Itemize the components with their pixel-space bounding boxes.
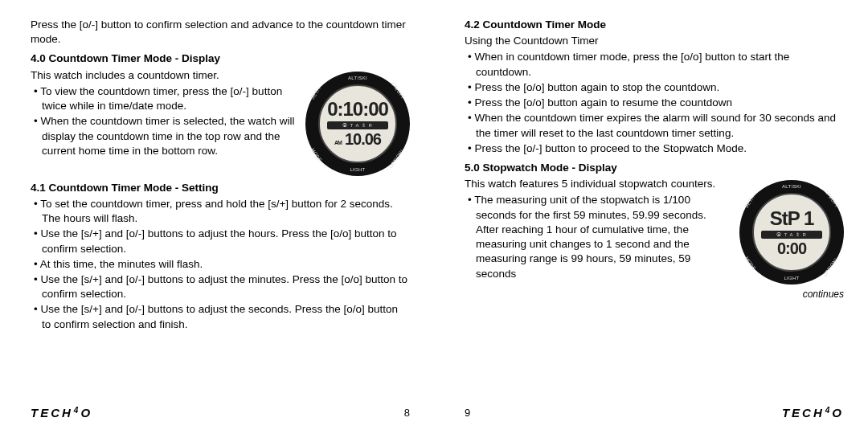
watch-label-mode: MODE: [309, 146, 324, 162]
list-item: Use the [s/+] and [o/-] buttons to adjus…: [31, 302, 410, 331]
watch-lcd-band: ⦿ T A ⇕ R: [761, 231, 821, 239]
watch-face: ALTISKI LIGHT SET/+ ON/OFF MODE OPTION/-…: [305, 72, 410, 176]
watch-label-mode: MODE: [743, 256, 758, 272]
list-item: Press the [o/-] button to proceed to the…: [465, 141, 844, 156]
watch-label-altiski: ALTISKI: [782, 183, 801, 190]
page-footer: TECH4O 8: [31, 405, 410, 421]
manual-page-right: 4.2 Countdown Timer Mode Using the Count…: [434, 0, 868, 434]
section-4-2-list: When in countdown timer mode, press the …: [465, 50, 844, 156]
heading-4-1: 4.1 Countdown Timer Mode - Setting: [31, 181, 410, 195]
logo-o: O: [80, 405, 92, 421]
watch-label-set: SET/+: [309, 84, 323, 100]
watch-label-set: SET/+: [743, 194, 757, 210]
watch-am-indicator: AM: [334, 140, 342, 145]
watch-label-onoff: ON/OFF: [390, 80, 407, 100]
watch-lcd-row2: AM 10.06: [334, 131, 381, 147]
logo-o: O: [832, 405, 844, 421]
page-number: 9: [465, 406, 470, 420]
heading-4-0: 4.0 Countdown Timer Mode - Display: [31, 51, 410, 66]
list-item: Press the [o/o] button again to stop the…: [465, 80, 844, 95]
watch-time-value: 0:00: [777, 240, 806, 256]
list-item: Press the [o/o] button again to resume t…: [465, 96, 844, 110]
watch-face: ALTISKI LIGHT SET/+ ON/OFF MODE OPTION/-…: [739, 180, 844, 285]
list-item: Use the [s/+] and [o/-] buttons to adjus…: [31, 227, 410, 256]
heading-5-0: 5.0 Stopwatch Mode - Display: [465, 161, 844, 175]
continues-text: continues: [465, 288, 844, 301]
section-5-0: ALTISKI LIGHT SET/+ ON/OFF MODE OPTION/-…: [465, 177, 844, 285]
list-item: To set the countdown timer, press and ho…: [31, 197, 410, 226]
section-4-0: ALTISKI LIGHT SET/+ ON/OFF MODE OPTION/-…: [31, 68, 410, 176]
watch-label-option: OPTION/-: [821, 256, 840, 278]
logo-text: TECH: [782, 405, 825, 421]
logo-sup: 4: [825, 405, 833, 416]
manual-page-left: Press the [o/-] button to confirm select…: [0, 0, 434, 434]
watch-lcd-row1: StP 1: [770, 209, 814, 228]
list-item: At this time, the minutes will flash.: [31, 257, 410, 272]
watch-lcd-band: ⦿ T A ⇕ R: [327, 121, 387, 129]
heading-4-2: 4.2 Countdown Timer Mode: [465, 18, 844, 32]
page-body: 4.2 Countdown Timer Mode Using the Count…: [465, 18, 844, 399]
watch-label-light: LIGHT: [784, 275, 799, 281]
watch-time-value: 10.06: [345, 131, 381, 147]
watch-illustration: ALTISKI LIGHT SET/+ ON/OFF MODE OPTION/-…: [739, 180, 844, 285]
watch-illustration: ALTISKI LIGHT SET/+ ON/OFF MODE OPTION/-…: [305, 72, 410, 176]
watch-lcd: 0:10:00 ⦿ T A ⇕ R AM 10.06: [318, 84, 397, 163]
intro-text: Press the [o/-] button to confirm select…: [31, 18, 410, 47]
logo-text: TECH: [31, 405, 73, 421]
watch-label-option: OPTION/-: [387, 146, 406, 169]
page-number: 8: [404, 406, 410, 420]
list-item: When the countdown timer expires the ala…: [465, 111, 844, 140]
brand-logo: TECH4O: [782, 405, 844, 421]
brand-logo: TECH4O: [31, 405, 92, 421]
page-footer: 9 TECH4O: [465, 405, 844, 421]
page-body: Press the [o/-] button to confirm select…: [31, 18, 410, 399]
watch-label-onoff: ON/OFF: [824, 190, 841, 210]
list-item: When in countdown timer mode, press the …: [465, 50, 844, 79]
watch-lcd: StP 1 ⦿ T A ⇕ R 0:00: [752, 193, 831, 272]
watch-label-altiski: ALTISKI: [348, 75, 367, 81]
watch-lcd-row2: 0:00: [777, 240, 806, 256]
logo-sup: 4: [74, 405, 81, 416]
watch-lcd-row1: 0:10:00: [327, 100, 388, 119]
section-4-2-text: Using the Countdown Timer: [465, 34, 844, 48]
section-4-1-list: To set the countdown timer, press and ho…: [31, 197, 410, 332]
watch-label-light: LIGHT: [350, 166, 365, 173]
list-item: Use the [s/+] and [o/-] buttons to adjus…: [31, 272, 410, 301]
